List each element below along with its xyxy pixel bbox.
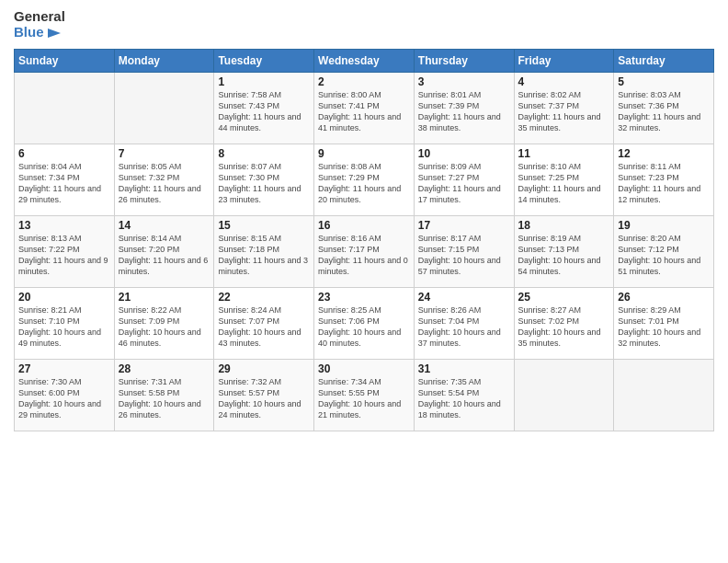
day-info: Sunrise: 8:02 AMSunset: 7:37 PMDaylight:… (518, 89, 610, 134)
day-number: 6 (18, 147, 110, 160)
day-info: Sunrise: 7:58 AMSunset: 7:43 PMDaylight:… (218, 89, 310, 134)
day-cell: 12Sunrise: 8:11 AMSunset: 7:23 PMDayligh… (614, 144, 714, 215)
day-info: Sunrise: 8:19 AMSunset: 7:13 PMDaylight:… (518, 233, 610, 278)
day-number: 12 (618, 147, 710, 160)
week-row-0: 1Sunrise: 7:58 AMSunset: 7:43 PMDaylight… (15, 72, 714, 144)
day-info: Sunrise: 7:34 AMSunset: 5:55 PMDaylight:… (318, 376, 410, 421)
day-number: 10 (418, 147, 510, 160)
day-cell: 7Sunrise: 8:05 AMSunset: 7:32 PMDaylight… (114, 144, 214, 215)
day-cell (15, 72, 115, 144)
week-row-3: 20Sunrise: 8:21 AMSunset: 7:10 PMDayligh… (15, 287, 714, 359)
day-cell: 17Sunrise: 8:17 AMSunset: 7:15 PMDayligh… (414, 215, 514, 287)
day-number: 30 (318, 362, 410, 375)
day-info: Sunrise: 7:32 AMSunset: 5:57 PMDaylight:… (218, 376, 310, 421)
day-number: 3 (418, 75, 510, 88)
calendar-header: SundayMondayTuesdayWednesdayThursdayFrid… (15, 49, 714, 72)
day-cell: 6Sunrise: 8:04 AMSunset: 7:34 PMDaylight… (15, 144, 115, 215)
day-number: 7 (119, 147, 210, 160)
week-row-2: 13Sunrise: 8:13 AMSunset: 7:22 PMDayligh… (15, 215, 714, 287)
day-cell: 25Sunrise: 8:27 AMSunset: 7:02 PMDayligh… (514, 287, 614, 359)
day-info: Sunrise: 8:11 AMSunset: 7:23 PMDaylight:… (618, 161, 710, 206)
day-number: 24 (418, 291, 510, 304)
day-number: 13 (18, 219, 110, 232)
day-number: 18 (518, 219, 610, 232)
day-info: Sunrise: 8:16 AMSunset: 7:17 PMDaylight:… (318, 233, 410, 278)
calendar-table: SundayMondayTuesdayWednesdayThursdayFrid… (14, 49, 714, 431)
logo: General Blue (14, 9, 65, 41)
day-number: 1 (218, 75, 310, 88)
day-info: Sunrise: 8:25 AMSunset: 7:06 PMDaylight:… (318, 304, 410, 350)
day-number: 28 (119, 362, 210, 375)
week-row-4: 27Sunrise: 7:30 AMSunset: 6:00 PMDayligh… (15, 359, 714, 431)
day-number: 25 (518, 291, 610, 304)
day-number: 14 (119, 219, 210, 232)
day-info: Sunrise: 8:14 AMSunset: 7:20 PMDaylight:… (119, 233, 210, 278)
day-info: Sunrise: 8:07 AMSunset: 7:30 PMDaylight:… (218, 161, 310, 206)
day-cell: 2Sunrise: 8:00 AMSunset: 7:41 PMDaylight… (314, 72, 415, 144)
day-cell: 29Sunrise: 7:32 AMSunset: 5:57 PMDayligh… (214, 359, 314, 431)
day-number: 21 (119, 291, 210, 304)
day-info: Sunrise: 8:27 AMSunset: 7:02 PMDaylight:… (518, 304, 610, 350)
day-info: Sunrise: 8:03 AMSunset: 7:36 PMDaylight:… (618, 89, 710, 134)
day-info: Sunrise: 8:29 AMSunset: 7:01 PMDaylight:… (618, 304, 710, 350)
day-number: 11 (518, 147, 610, 160)
header-cell-wednesday: Wednesday (314, 49, 415, 72)
day-info: Sunrise: 8:01 AMSunset: 7:39 PMDaylight:… (418, 89, 510, 134)
day-cell: 14Sunrise: 8:14 AMSunset: 7:20 PMDayligh… (114, 215, 214, 287)
day-cell (614, 359, 714, 431)
day-number: 15 (218, 219, 310, 232)
day-info: Sunrise: 8:05 AMSunset: 7:32 PMDaylight:… (119, 161, 210, 206)
day-cell: 8Sunrise: 8:07 AMSunset: 7:30 PMDaylight… (214, 144, 314, 215)
day-cell: 23Sunrise: 8:25 AMSunset: 7:06 PMDayligh… (314, 287, 415, 359)
header: General Blue (14, 9, 714, 41)
header-cell-monday: Monday (114, 49, 214, 72)
day-info: Sunrise: 8:17 AMSunset: 7:15 PMDaylight:… (418, 233, 510, 278)
day-number: 2 (318, 75, 410, 88)
header-cell-thursday: Thursday (414, 49, 514, 72)
logo-text: General Blue (14, 9, 65, 41)
day-number: 17 (418, 219, 510, 232)
day-info: Sunrise: 7:35 AMSunset: 5:54 PMDaylight:… (418, 376, 510, 421)
day-number: 9 (318, 147, 410, 160)
day-info: Sunrise: 8:08 AMSunset: 7:29 PMDaylight:… (318, 161, 410, 206)
header-cell-saturday: Saturday (614, 49, 714, 72)
calendar-page: General Blue SundayMondayTuesdayWednesda… (0, 0, 728, 563)
day-cell: 13Sunrise: 8:13 AMSunset: 7:22 PMDayligh… (15, 215, 115, 287)
header-row: SundayMondayTuesdayWednesdayThursdayFrid… (15, 49, 714, 72)
day-info: Sunrise: 7:31 AMSunset: 5:58 PMDaylight:… (119, 376, 210, 421)
logo-arrow-icon (44, 25, 61, 41)
day-number: 5 (618, 75, 710, 88)
day-cell: 4Sunrise: 8:02 AMSunset: 7:37 PMDaylight… (514, 72, 614, 144)
day-cell: 31Sunrise: 7:35 AMSunset: 5:54 PMDayligh… (414, 359, 514, 431)
day-number: 16 (318, 219, 410, 232)
day-number: 29 (218, 362, 310, 375)
day-info: Sunrise: 8:15 AMSunset: 7:18 PMDaylight:… (218, 233, 310, 278)
day-info: Sunrise: 8:09 AMSunset: 7:27 PMDaylight:… (418, 161, 510, 206)
day-cell: 16Sunrise: 8:16 AMSunset: 7:17 PMDayligh… (314, 215, 415, 287)
day-info: Sunrise: 8:22 AMSunset: 7:09 PMDaylight:… (119, 304, 210, 350)
day-number: 8 (218, 147, 310, 160)
day-number: 19 (618, 219, 710, 232)
day-info: Sunrise: 8:24 AMSunset: 7:07 PMDaylight:… (218, 304, 310, 350)
day-cell: 18Sunrise: 8:19 AMSunset: 7:13 PMDayligh… (514, 215, 614, 287)
day-cell: 21Sunrise: 8:22 AMSunset: 7:09 PMDayligh… (114, 287, 214, 359)
logo-blue: Blue (14, 25, 44, 40)
day-cell: 28Sunrise: 7:31 AMSunset: 5:58 PMDayligh… (114, 359, 214, 431)
day-info: Sunrise: 8:21 AMSunset: 7:10 PMDaylight:… (18, 304, 110, 350)
day-number: 27 (18, 362, 110, 375)
day-cell (114, 72, 214, 144)
day-cell: 30Sunrise: 7:34 AMSunset: 5:55 PMDayligh… (314, 359, 415, 431)
day-cell: 5Sunrise: 8:03 AMSunset: 7:36 PMDaylight… (614, 72, 714, 144)
day-cell: 27Sunrise: 7:30 AMSunset: 6:00 PMDayligh… (15, 359, 115, 431)
day-cell: 19Sunrise: 8:20 AMSunset: 7:12 PMDayligh… (614, 215, 714, 287)
day-info: Sunrise: 8:26 AMSunset: 7:04 PMDaylight:… (418, 304, 510, 350)
day-number: 22 (218, 291, 310, 304)
day-cell: 24Sunrise: 8:26 AMSunset: 7:04 PMDayligh… (414, 287, 514, 359)
calendar-body: 1Sunrise: 7:58 AMSunset: 7:43 PMDaylight… (15, 72, 714, 431)
svg-marker-0 (48, 29, 61, 38)
day-info: Sunrise: 7:30 AMSunset: 6:00 PMDaylight:… (18, 376, 110, 421)
day-cell (514, 359, 614, 431)
day-number: 4 (518, 75, 610, 88)
day-info: Sunrise: 8:10 AMSunset: 7:25 PMDaylight:… (518, 161, 610, 206)
day-cell: 22Sunrise: 8:24 AMSunset: 7:07 PMDayligh… (214, 287, 314, 359)
